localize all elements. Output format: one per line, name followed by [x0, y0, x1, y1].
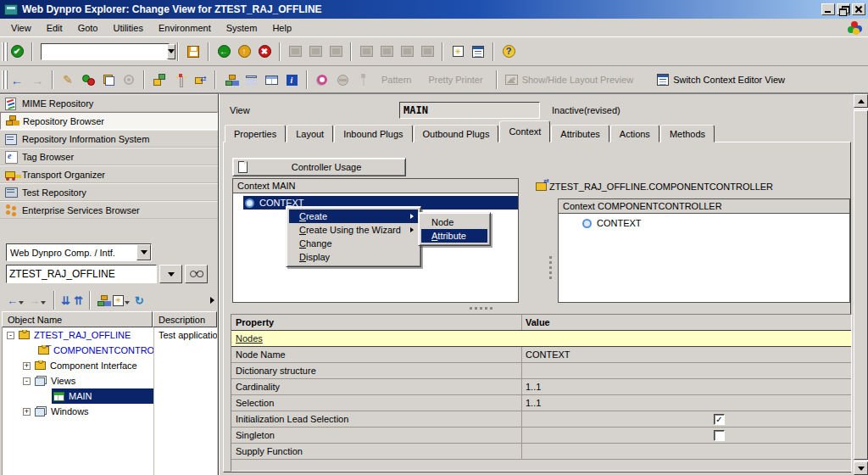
tab-properties[interactable]: Properties: [225, 125, 286, 142]
worklist-button[interactable]: [242, 70, 260, 89]
close-button[interactable]: [852, 3, 865, 15]
sidebar-item-tag-browser[interactable]: Tag Browser: [0, 148, 218, 165]
sidebar-item-transport-organizer[interactable]: Transport Organizer: [0, 165, 218, 183]
expand-all-button[interactable]: ⇈: [74, 295, 83, 306]
property-row-initialization-lead-selection[interactable]: Initialization Lead Selection ✓: [231, 411, 851, 428]
tab-context[interactable]: Context: [499, 120, 550, 142]
navigation-button[interactable]: [191, 70, 209, 89]
activate-button[interactable]: [120, 70, 138, 89]
sidebar-item-repository-browser[interactable]: Repository Browser: [0, 112, 218, 130]
toolbar-grip[interactable]: [2, 70, 4, 89]
command-input[interactable]: [42, 44, 167, 59]
scroll-up-button[interactable]: [854, 94, 868, 108]
sidebar-item-repository-information-system[interactable]: Repository Information System: [0, 130, 218, 148]
toolbar-grip[interactable]: [2, 42, 4, 61]
show-hide-layout-preview-button[interactable]: Show/Hide Layout Preview: [522, 75, 633, 85]
view-name-input[interactable]: [399, 102, 540, 119]
help-button[interactable]: [499, 42, 518, 61]
property-value[interactable]: 1..1: [521, 379, 851, 394]
check-button[interactable]: [150, 70, 169, 89]
nav-forward-button[interactable]: →: [28, 70, 47, 89]
browser-category-dropdown[interactable]: Web Dynpro Comp. / Intf.: [6, 243, 152, 261]
tree-row-windows[interactable]: + Windows: [3, 404, 217, 419]
menu-environment[interactable]: Environment: [151, 20, 219, 36]
cancel-button[interactable]: [255, 42, 274, 61]
sidebar-item-enterprise-services-browser[interactable]: Enterprise Services Browser: [0, 201, 218, 219]
tree-row-componentcontroller[interactable]: COMPONENTCONTROLLER: [3, 343, 217, 358]
command-dropdown-button[interactable]: [167, 44, 175, 59]
object-history-button[interactable]: [159, 265, 182, 283]
runtime-analysis-button[interactable]: [313, 70, 331, 89]
property-value[interactable]: [521, 363, 851, 378]
submenu-item-node[interactable]: Node: [421, 215, 487, 229]
property-row-dictionary-structure[interactable]: Dictionary structure: [231, 363, 851, 379]
switch-context-editor-view-button[interactable]: Switch Context Editor View: [673, 75, 785, 85]
initialization-lead-selection-checkbox[interactable]: ✓: [714, 414, 725, 425]
property-row-selection[interactable]: Selection 1..1: [231, 395, 851, 411]
tree-row-views[interactable]: - Views: [3, 373, 217, 388]
tree-back-button[interactable]: ←: [7, 295, 25, 306]
new-session-button[interactable]: ✳: [448, 42, 467, 61]
display-change-button[interactable]: [79, 70, 97, 89]
wizard-button[interactable]: [353, 70, 372, 89]
expander-icon[interactable]: -: [7, 332, 14, 339]
collapse-all-button[interactable]: ⇊: [61, 295, 70, 306]
property-value[interactable]: [521, 444, 851, 459]
vertical-splitter-handle[interactable]: [549, 256, 552, 259]
restore-button[interactable]: [837, 3, 850, 15]
menu-goto[interactable]: Goto: [70, 20, 106, 36]
find-next-button[interactable]: [326, 42, 345, 61]
tab-outbound-plugs[interactable]: Outbound Plugs: [414, 125, 499, 142]
tab-inbound-plugs[interactable]: Inbound Plugs: [334, 125, 412, 142]
tree-forward-button[interactable]: →: [29, 295, 47, 306]
pretty-printer-button[interactable]: Pretty Printer: [428, 75, 482, 85]
tab-methods[interactable]: Methods: [660, 125, 715, 142]
enter-button[interactable]: [8, 42, 26, 61]
menu-system[interactable]: System: [219, 20, 265, 36]
sidebar-item-mime-repository[interactable]: MIME Repository: [0, 94, 218, 112]
category-dropdown-button[interactable]: [136, 244, 151, 260]
copy-button[interactable]: [99, 70, 118, 89]
expander-icon[interactable]: +: [23, 408, 31, 416]
find-button[interactable]: [306, 42, 325, 61]
menu-item-display[interactable]: Display: [289, 250, 418, 264]
nav-back-button[interactable]: ←: [8, 70, 26, 89]
first-page-button[interactable]: [357, 42, 376, 61]
controller-usage-button[interactable]: Controller Usage: [232, 158, 406, 176]
menu-view[interactable]: View: [3, 20, 39, 36]
object-list-button[interactable]: [221, 70, 240, 89]
column-divider[interactable]: [153, 327, 154, 475]
layout-preview-icon-button[interactable]: [503, 70, 521, 89]
tree-row-component-interface[interactable]: + Component Interface: [3, 358, 217, 373]
column-header-object-name[interactable]: Object Name: [2, 311, 153, 327]
create-shortcut-button[interactable]: [469, 42, 487, 61]
exit-button[interactable]: [235, 42, 253, 61]
submenu-item-attribute[interactable]: Attribute: [421, 229, 487, 243]
menu-utilities[interactable]: Utilities: [105, 20, 150, 36]
refresh-button[interactable]: ↻: [135, 295, 144, 306]
back-button[interactable]: [214, 42, 233, 61]
properties-section-row[interactable]: Nodes: [231, 331, 851, 347]
debug-stop-button[interactable]: [333, 70, 352, 89]
switch-context-editor-icon-button[interactable]: [654, 70, 672, 89]
menu-item-create-using-the-wizard[interactable]: Create Using the Wizard: [289, 223, 418, 237]
property-row-singleton[interactable]: Singleton: [231, 428, 851, 444]
toolbar-overflow-button[interactable]: [210, 297, 214, 304]
expander-icon[interactable]: -: [23, 377, 31, 385]
tab-layout[interactable]: Layout: [287, 125, 333, 142]
tree-row-main-view[interactable]: MAIN: [3, 388, 217, 404]
minimize-button[interactable]: [821, 3, 835, 15]
save-button[interactable]: [184, 42, 203, 61]
property-value[interactable]: CONTEXT: [521, 347, 851, 362]
expander-icon[interactable]: +: [23, 362, 31, 370]
display-object-button[interactable]: [185, 265, 208, 283]
test-button[interactable]: [170, 70, 189, 89]
tab-actions[interactable]: Actions: [610, 125, 659, 142]
pattern-button[interactable]: Pattern: [381, 75, 411, 85]
menu-help[interactable]: Help: [264, 20, 299, 36]
tree-row-ztest-raj-offline[interactable]: - ZTEST_RAJ_OFFLINE Test application: [3, 327, 217, 343]
column-header-description[interactable]: Description: [153, 311, 217, 327]
table-view-button[interactable]: [262, 70, 281, 89]
property-row-cardinality[interactable]: Cardinality 1..1: [231, 379, 851, 395]
scroll-down-button[interactable]: [854, 461, 868, 475]
